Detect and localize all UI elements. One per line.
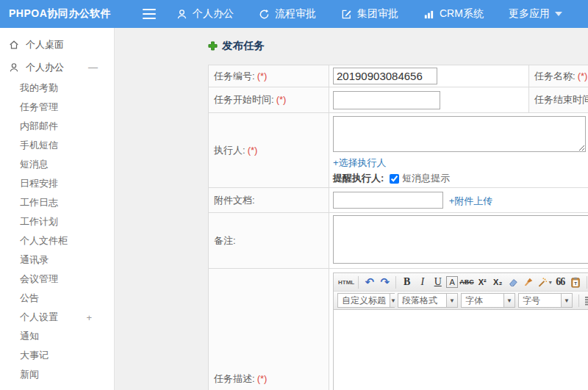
svg-text:T: T	[574, 281, 577, 286]
publish-task-form: 任务编号:(*) 任务名称:(*) 任务开始时间:(*) 任务结束时间:(*)	[208, 65, 588, 390]
sidebar-item-news[interactable]: 新闻	[0, 365, 114, 384]
executor-label: 执行人:(*)	[209, 113, 329, 188]
remark-textarea[interactable]	[333, 215, 588, 264]
sidebar-item-work-log[interactable]: 工作日志	[0, 193, 114, 212]
top-bar: PHPOA协同办公软件 个人办公 流程审批 集团审批	[0, 0, 588, 28]
start-time-input[interactable]	[333, 91, 440, 109]
sidebar-item-mobile-sms[interactable]: 手机短信	[0, 136, 114, 155]
font-family-select[interactable]: 字体▼	[461, 293, 515, 308]
user-icon	[176, 9, 187, 20]
editor-toolbar-row1: HTML ↶ ↷ B I U A ABC X² X₂	[334, 273, 588, 292]
sidebar-item-personal-desktop[interactable]: 个人桌面	[0, 33, 114, 56]
blockquote-button[interactable]: 66	[553, 275, 567, 289]
process-approval-icon	[259, 9, 270, 20]
italic-button[interactable]: I	[415, 275, 429, 289]
font-size-select[interactable]: 字号▼	[518, 293, 573, 308]
strikethrough-button[interactable]: ABC	[459, 275, 474, 289]
choose-executor-link[interactable]: +选择执行人	[333, 157, 387, 168]
nav-label: CRM系统	[440, 7, 484, 21]
executor-textarea[interactable]	[333, 116, 586, 152]
end-time-label: 任务结束时间:(*)	[529, 87, 588, 113]
expand-icon[interactable]: +	[86, 312, 92, 323]
task-no-label: 任务编号:(*)	[209, 65, 329, 87]
sidebar-item-short-message[interactable]: 短消息	[0, 155, 114, 174]
sidebar-item-internal-mail[interactable]: 内部邮件	[0, 117, 114, 136]
sidebar-item-memorabilia[interactable]: 大事记	[0, 346, 114, 365]
nav-group-approval[interactable]: 集团审批	[341, 7, 398, 21]
sidebar: 个人桌面 个人办公 — 我的考勤 任务管理 内部邮件 手机短信 短消息 日程安排…	[0, 28, 115, 390]
paste-text-icon[interactable]: T	[569, 275, 583, 289]
top-nav: 个人办公 流程审批 集团审批 CRM系统 更多应用	[176, 7, 587, 21]
collapse-icon[interactable]: —	[88, 62, 98, 73]
hamburger-menu-icon[interactable]	[143, 9, 156, 19]
nav-personal-office[interactable]: 个人办公	[176, 7, 234, 21]
nav-label: 更多应用	[509, 7, 550, 21]
undo-icon[interactable]: ↶	[362, 275, 376, 289]
sidebar-item-contacts[interactable]: 通讯录	[0, 250, 114, 270]
bold-button[interactable]: B	[400, 275, 414, 289]
sidebar-item-label: 个人办公	[26, 61, 64, 74]
remark-label: 备注:	[209, 213, 329, 269]
sms-remind-checkbox[interactable]	[390, 174, 399, 184]
main-content: 发布任务 任务编号:(*) 任务名称:(*) 任务开始时间:(*) 任务结束时	[115, 28, 588, 390]
rich-text-editor: HTML ↶ ↷ B I U A ABC X² X₂	[333, 272, 588, 390]
page-title: 发布任务	[208, 39, 588, 53]
start-time-label: 任务开始时间:(*)	[209, 87, 329, 113]
paragraph-format-select[interactable]: 段落格式▼	[398, 293, 458, 308]
task-description-label: 任务描述:(*)	[209, 269, 329, 390]
heading-select[interactable]: 自定义标题▼	[337, 293, 395, 308]
sidebar-item-label: 个人桌面	[26, 38, 64, 51]
nav-crm-system[interactable]: CRM系统	[423, 7, 484, 21]
edit-square-icon	[341, 9, 352, 20]
superscript-button[interactable]: X²	[476, 275, 490, 289]
sidebar-item-notice[interactable]: 通知	[0, 327, 114, 346]
underline-button[interactable]: U	[431, 275, 445, 289]
format-brush-icon[interactable]	[522, 275, 536, 289]
attachment-upload-link[interactable]: +附件上传	[449, 195, 493, 206]
caret-down-icon: ▼	[390, 294, 396, 307]
attachment-label: 附件文档:	[209, 188, 329, 213]
remind-executor-label: 提醒执行人:	[333, 172, 384, 185]
nav-label: 个人办公	[193, 7, 234, 21]
nav-label: 集团审批	[357, 7, 398, 21]
nav-more-apps[interactable]: 更多应用	[509, 7, 562, 21]
sidebar-item-schedule[interactable]: 日程安排	[0, 174, 114, 193]
caret-down-icon	[555, 12, 562, 16]
sidebar-item-personal-settings[interactable]: 个人设置 +	[0, 308, 114, 327]
caret-down-icon: ▾	[549, 279, 552, 286]
sidebar-item-announcement[interactable]: 公告	[0, 289, 114, 308]
nav-process-approval[interactable]: 流程审批	[259, 7, 316, 21]
home-icon	[9, 40, 19, 50]
task-no-input[interactable]	[333, 68, 437, 84]
subscript-button[interactable]: X₂	[491, 275, 505, 289]
caret-down-icon: ▼	[446, 294, 457, 307]
redo-icon[interactable]: ↷	[378, 275, 392, 289]
sidebar-item-task-management[interactable]: 任务管理	[0, 98, 114, 117]
eraser-icon[interactable]	[506, 275, 520, 289]
nav-label: 流程审批	[275, 7, 316, 21]
sidebar-item-work-plan[interactable]: 工作计划	[0, 212, 114, 231]
sidebar-item-personal-files[interactable]: 个人文件柜	[0, 231, 114, 250]
caret-down-icon: ▼	[503, 294, 514, 307]
attachment-input[interactable]	[333, 192, 443, 209]
editor-content-area[interactable]	[334, 310, 588, 390]
app-logo: PHPOA协同办公软件	[0, 7, 119, 21]
font-style-button[interactable]: A	[446, 276, 458, 288]
sms-remind-label: 短消息提示	[402, 172, 450, 185]
user-icon	[9, 62, 19, 73]
html-source-button[interactable]: HTML	[338, 275, 354, 289]
sidebar-item-meeting-management[interactable]: 会议管理	[0, 270, 114, 289]
align-left-icon[interactable]	[583, 293, 588, 308]
bar-chart-icon	[423, 9, 434, 20]
editor-toolbar-row2: 自定义标题▼ 段落格式▼ 字体▼ 字号▼	[334, 292, 588, 310]
task-name-label: 任务名称:(*)	[529, 65, 588, 87]
sidebar-item-my-attendance[interactable]: 我的考勤	[0, 79, 114, 98]
autoformat-wand-icon[interactable]: ▾	[537, 275, 552, 289]
add-icon	[208, 41, 218, 51]
caret-down-icon: ▼	[561, 294, 572, 307]
sidebar-item-personal-office[interactable]: 个人办公 —	[0, 56, 114, 79]
